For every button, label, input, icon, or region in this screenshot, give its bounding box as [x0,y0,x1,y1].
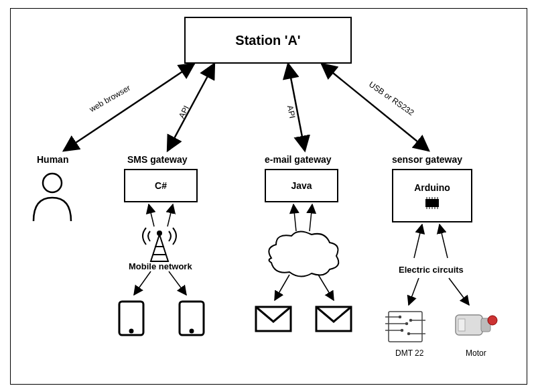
email-gateway-box: Java [265,169,338,202]
station-a-label: Station 'A' [235,33,300,48]
chip-icon [422,197,442,209]
email-gateway-tech: Java [291,180,312,191]
email-gateway-label: e-mail gateway [265,154,332,165]
svg-rect-0 [425,199,439,207]
internet-label: Internet [288,253,320,263]
sms-gateway-tech: C# [155,180,167,191]
mobile-network-label: Mobile network [129,261,192,271]
sensor-gateway-label: sensor gateway [392,154,462,165]
station-a-box: Station 'A' [184,17,352,64]
sensor-gateway-box: Arduino [392,169,472,222]
sms-gateway-label: SMS gateway [127,154,187,165]
sensor-gateway-tech: Arduino [414,182,450,193]
dmt22-label: DMT 22 [395,348,423,358]
electric-circuits-label: Electric circuits [399,265,464,275]
human-label: Human [37,154,68,165]
sms-gateway-box: C# [124,169,198,202]
motor-label: Motor [466,348,486,358]
